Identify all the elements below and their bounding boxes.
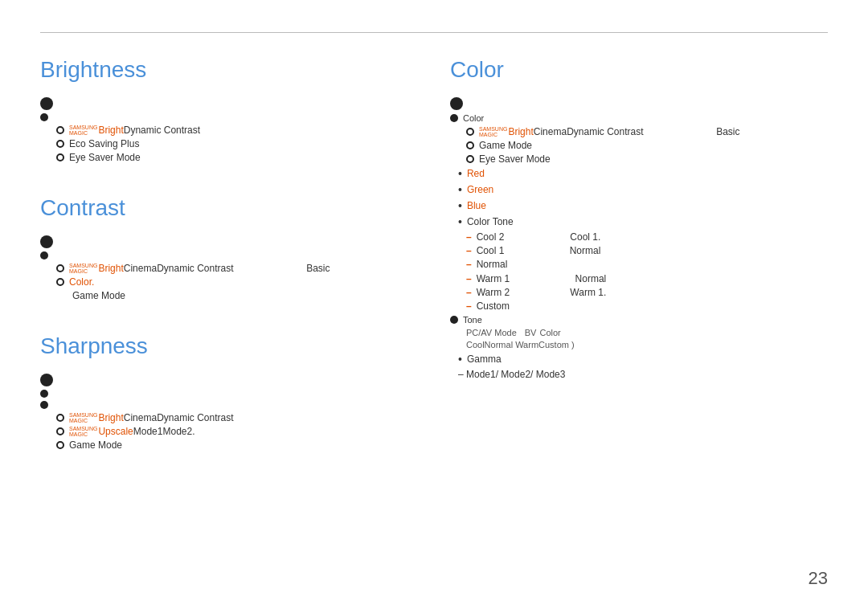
game-mode-label-2: Game Mode bbox=[69, 439, 122, 451]
warm1-label: Warm 1 bbox=[477, 273, 510, 284]
color-section: Color Color SAMSUNGMAGIC Bright Cinema bbox=[450, 57, 828, 380]
brightness-icon-sm bbox=[40, 113, 48, 121]
tone-icon-row: Tone bbox=[450, 315, 828, 325]
brightness-eco-row: Eco Saving Plus bbox=[40, 138, 410, 149]
pc-av-label: PC/AV Mode bbox=[466, 328, 517, 337]
sharpness-icon-row-1 bbox=[40, 374, 410, 386]
color-tone-label: Color Tone bbox=[467, 216, 514, 227]
brightness-sub-icon-1 bbox=[56, 126, 64, 134]
bullet-blue: • Blue bbox=[450, 199, 828, 212]
dynamic-contrast-label-1: Dynamic Contrast bbox=[124, 125, 200, 136]
bright-label-4: Bright bbox=[508, 126, 533, 137]
left-column: Brightness SAMSUNGMAGIC Bright Dynamic C… bbox=[40, 57, 434, 483]
brightness-sub-icon-3 bbox=[56, 153, 64, 161]
color-title: Color bbox=[450, 57, 828, 83]
red-label: Red bbox=[467, 168, 485, 179]
bullet-gamma: • Gamma bbox=[450, 353, 828, 366]
samsung-magic-label-1: SAMSUNGMAGIC bbox=[69, 125, 97, 136]
dynamic-contrast-label-2: Dynamic Contrast bbox=[157, 263, 233, 274]
sharpness-icon-row-3 bbox=[40, 401, 410, 409]
color-label-contrast: Color. bbox=[69, 276, 94, 288]
bullet-icon-red: • bbox=[458, 167, 462, 180]
right-column: Color Color SAMSUNGMAGIC Bright Cinema bbox=[434, 57, 828, 483]
sharpness-icon-row-2 bbox=[40, 390, 410, 398]
samsung-magic-label-2: SAMSUNGMAGIC bbox=[69, 263, 97, 274]
normal-label: Normal bbox=[477, 259, 508, 270]
game-mode-label-1: Game Mode bbox=[72, 290, 125, 301]
contrast-color-row: Color. bbox=[40, 276, 410, 288]
sharpness-upscale-row: SAMSUNGMAGIC Upscale Mode1 Mode2. bbox=[40, 426, 410, 437]
top-divider bbox=[40, 32, 828, 33]
normal-row: – Normal bbox=[450, 259, 828, 270]
tone-icon bbox=[450, 316, 458, 324]
basic-label-2: Basic bbox=[644, 126, 740, 137]
warm2-row: – Warm 2 Warm 1. bbox=[450, 287, 828, 298]
bullet-red: • Red bbox=[450, 167, 828, 180]
contrast-icon-row-2 bbox=[40, 251, 410, 260]
cool1-right-label: Cool 1. bbox=[504, 231, 600, 243]
upscale-label: Upscale bbox=[98, 426, 133, 437]
bright-label-3: Bright bbox=[98, 412, 123, 423]
mode1-label: Mode1 bbox=[133, 426, 163, 437]
color-icon-row-1 bbox=[450, 97, 828, 110]
cool2-row: – Cool 2 Cool 1. bbox=[450, 231, 828, 243]
eco-saving-plus-label: Eco Saving Plus bbox=[69, 138, 139, 149]
contrast-dynamic-contrast-row: SAMSUNGMAGIC Bright Cinema Dynamic Contr… bbox=[40, 263, 410, 274]
contrast-sub-icon-1 bbox=[56, 264, 64, 272]
contrast-title: Contrast bbox=[40, 195, 410, 221]
dynamic-contrast-label-3: Dynamic Contrast bbox=[157, 412, 233, 423]
bright-label-1: Bright bbox=[98, 125, 123, 136]
dynamic-contrast-label-4: Dynamic Contrast bbox=[567, 126, 643, 137]
warm2-label: Warm 2 bbox=[477, 287, 510, 298]
sharpness-sub-icon-2 bbox=[56, 427, 64, 435]
custom-row: – Custom bbox=[450, 300, 828, 312]
cinema-label-3: Cinema bbox=[534, 126, 567, 137]
color-sub-icon-2 bbox=[466, 141, 474, 149]
cool2-label: Cool 2 bbox=[477, 231, 505, 243]
contrast-icon-sm bbox=[40, 251, 48, 260]
pc-av-options: CoolNormal WarmCustom ) bbox=[450, 340, 828, 349]
contrast-game-mode-row: Game Mode bbox=[40, 290, 410, 301]
brightness-settings: SAMSUNGMAGIC Bright Dynamic Contrast Eco… bbox=[40, 97, 410, 163]
gamma-modes-label: – Mode1/ Mode2/ Mode3 bbox=[458, 369, 565, 380]
samsung-magic-label-3: SAMSUNGMAGIC bbox=[69, 412, 97, 423]
contrast-sub-icon-2 bbox=[56, 278, 64, 286]
brightness-title: Brightness bbox=[40, 57, 410, 83]
bright-label-2: Bright bbox=[98, 263, 123, 274]
gamma-modes-row: – Mode1/ Mode2/ Mode3 bbox=[450, 369, 828, 380]
cinema-label-1: Cinema bbox=[124, 263, 157, 274]
tone-note-label: Tone bbox=[463, 315, 482, 325]
samsung-magic-label-5: SAMSUNGMAGIC bbox=[479, 126, 507, 137]
color-sub-label: Color bbox=[463, 113, 484, 123]
gamma-label: Gamma bbox=[467, 353, 502, 365]
color-icon-row-2: Color bbox=[450, 113, 828, 123]
sharpness-settings: SAMSUNGMAGIC Bright Cinema Dynamic Contr… bbox=[40, 374, 410, 451]
eye-saver-mode-label-2: Eye Saver Mode bbox=[479, 153, 551, 165]
sharpness-icon-lg bbox=[40, 374, 53, 386]
contrast-section: Contrast SAMSUNGMAGIC Bright Cinema Dyna… bbox=[40, 195, 410, 301]
cool1-row: – Cool 1 Normal bbox=[450, 245, 828, 256]
bullet-icon-gamma: • bbox=[458, 353, 462, 366]
sharpness-sub-icon-1 bbox=[56, 414, 64, 422]
normal-right-label-1: Normal bbox=[504, 245, 600, 256]
warm1-right-label: Normal bbox=[510, 273, 606, 284]
contrast-icon-row-1 bbox=[40, 235, 410, 248]
cool1-label: Cool 1 bbox=[477, 245, 505, 256]
dash-icon-cool1: – bbox=[466, 245, 472, 256]
dash-icon-custom: – bbox=[466, 300, 472, 312]
color-eye-saver-row: Eye Saver Mode bbox=[450, 153, 828, 165]
brightness-sub-icon-2 bbox=[56, 140, 64, 148]
bullet-icon-blue: • bbox=[458, 199, 462, 212]
brightness-dynamic-contrast-row: SAMSUNGMAGIC Bright Dynamic Contrast bbox=[40, 125, 410, 136]
bullet-icon-green: • bbox=[458, 183, 462, 196]
game-mode-label-3: Game Mode bbox=[479, 140, 532, 151]
brightness-eye-saver-row: Eye Saver Mode bbox=[40, 152, 410, 163]
color-magic-row: SAMSUNGMAGIC Bright Cinema Dynamic Contr… bbox=[450, 126, 828, 137]
sharpness-game-mode-row: Game Mode bbox=[40, 439, 410, 451]
sharpness-title: Sharpness bbox=[40, 333, 410, 359]
color-sub-icon-1 bbox=[466, 128, 474, 136]
brightness-icon-row-2 bbox=[40, 113, 410, 121]
warm2-right-label: Warm 1. bbox=[510, 287, 606, 298]
basic-label-1: Basic bbox=[234, 263, 330, 274]
sharpness-section: Sharpness SAMSUNGMAGIC Bright bbox=[40, 333, 410, 451]
